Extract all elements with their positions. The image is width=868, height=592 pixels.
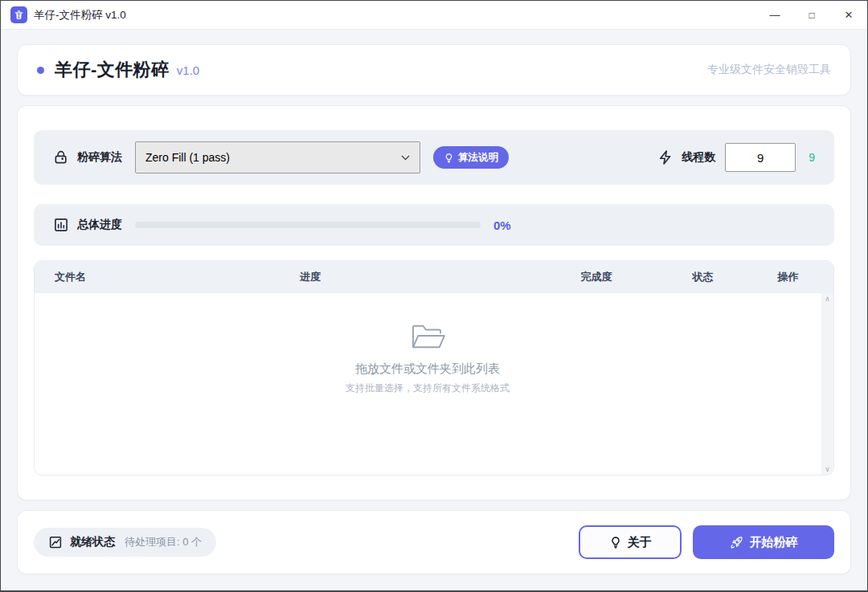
close-button[interactable]: ✕ — [830, 1, 867, 29]
window-title: 羊仔-文件粉碎 v1.0 — [34, 8, 126, 22]
about-button-label: 关于 — [628, 535, 652, 550]
file-table: 文件名 进度 完成度 状态 操作 拖放文件或文件夹到此列表 支持批量选择，支持所… — [34, 260, 834, 476]
app-trash-icon — [10, 6, 27, 23]
algorithm-select[interactable]: Zero Fill (1 pass) — [135, 141, 420, 174]
column-progress: 进度 — [300, 270, 536, 284]
version-label: v1.0 — [177, 63, 199, 77]
scroll-down-icon[interactable]: ∨ — [825, 463, 830, 475]
lightbulb-icon — [444, 153, 454, 163]
maximize-button[interactable]: □ — [793, 1, 830, 29]
algorithm-help-label: 算法说明 — [458, 151, 498, 165]
progress-row: 总体进度 0% — [34, 204, 834, 246]
table-scrollbar[interactable]: ∧ ∨ — [821, 293, 833, 475]
scroll-up-icon[interactable]: ∧ — [825, 293, 830, 304]
trend-chart-icon — [48, 535, 63, 549]
accent-dot — [37, 67, 44, 74]
main-card: 粉碎算法 Zero Fill (1 pass) 算法说明 线程数 9 — [17, 105, 851, 500]
page-title: 羊仔-文件粉碎 — [55, 58, 170, 82]
threads-label: 线程数 — [682, 150, 715, 165]
lightbulb-icon — [609, 536, 622, 549]
minimize-button[interactable]: — — [756, 1, 793, 29]
close-icon: ✕ — [845, 9, 854, 21]
threads-input[interactable] — [725, 143, 796, 172]
column-filename: 文件名 — [35, 270, 300, 284]
progress-label: 总体进度 — [77, 218, 122, 232]
file-drop-zone[interactable]: 拖放文件或文件夹到此列表 支持批量选择，支持所有文件系统格式 ∧ ∨ — [35, 293, 833, 475]
table-header-row: 文件名 进度 完成度 状态 操作 — [35, 261, 833, 293]
lock-icon — [53, 149, 69, 165]
algorithm-label: 粉碎算法 — [77, 150, 122, 165]
empty-state: 拖放文件或文件夹到此列表 支持批量选择，支持所有文件系统格式 — [35, 322, 821, 395]
rocket-icon — [730, 536, 743, 549]
empty-state-subtitle: 支持批量选择，支持所有文件系统格式 — [346, 382, 510, 395]
open-folder-icon — [409, 322, 446, 351]
column-status: 状态 — [657, 270, 749, 284]
status-detail: 待处理项目: 0 个 — [125, 535, 202, 549]
chevron-down-icon — [401, 155, 410, 161]
header-card: 羊仔-文件粉碎 v1.0 专业级文件安全销毁工具 — [17, 44, 851, 96]
app-subtitle: 专业级文件安全销毁工具 — [707, 63, 831, 77]
page: 羊仔-文件粉碎 v1.0 专业级文件安全销毁工具 粉碎算法 Zero Fill … — [1, 30, 867, 590]
footer-card: 就绪状态 待处理项目: 0 个 关于 开始粉 — [17, 510, 851, 574]
window-titlebar[interactable]: 羊仔-文件粉碎 v1.0 — □ ✕ — [1, 1, 867, 30]
progress-percent: 0% — [493, 218, 511, 232]
empty-state-title: 拖放文件或文件夹到此列表 — [355, 361, 500, 377]
status-label: 就绪状态 — [70, 535, 115, 549]
column-completion: 完成度 — [536, 270, 657, 284]
status-badge: 就绪状态 待处理项目: 0 个 — [34, 528, 216, 557]
maximize-icon: □ — [809, 10, 814, 21]
algorithm-selected-value: Zero Fill (1 pass) — [145, 151, 230, 164]
about-button[interactable]: 关于 — [579, 525, 682, 559]
settings-row: 粉碎算法 Zero Fill (1 pass) 算法说明 线程数 9 — [34, 130, 834, 185]
bar-chart-icon — [53, 217, 69, 233]
algorithm-help-button[interactable]: 算法说明 — [433, 146, 509, 169]
app-window: 羊仔-文件粉碎 v1.0 — □ ✕ 羊仔-文件粉碎 v1.0 专业级文件安全销… — [0, 0, 868, 592]
start-button-label: 开始粉碎 — [750, 535, 798, 550]
progress-bar — [135, 222, 481, 228]
minimize-icon: — — [770, 9, 780, 21]
threads-hint: 9 — [809, 151, 815, 164]
lightning-icon — [657, 149, 674, 165]
column-action: 操作 — [749, 270, 833, 284]
start-shred-button[interactable]: 开始粉碎 — [693, 525, 834, 559]
